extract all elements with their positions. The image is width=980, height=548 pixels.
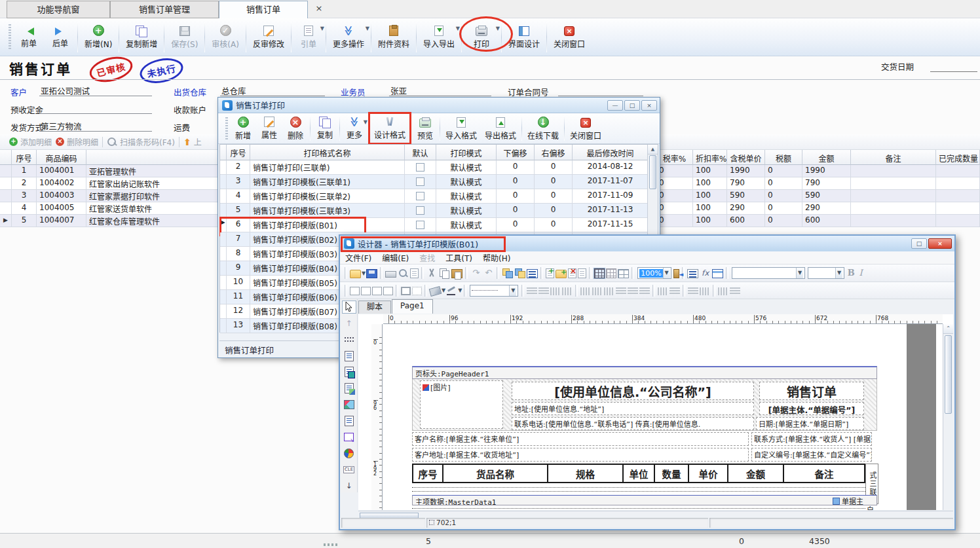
blank-page-icon[interactable] (578, 268, 586, 278)
pd-close-button[interactable]: × 关闭窗口 (566, 114, 605, 143)
more-ops-button[interactable]: ≫ 更多操作 ▼ (328, 20, 369, 54)
memo-tool[interactable] (342, 365, 356, 378)
shape-tool[interactable] (342, 398, 356, 411)
chevron-down-icon[interactable]: ▼ (362, 270, 366, 276)
next-order-button[interactable]: 后单 (45, 20, 76, 54)
contact-field[interactable]: 联系方式:[单据主体.“收货人”] [单据主体.“收货人电 (751, 432, 872, 446)
frame-top-icon[interactable] (361, 287, 371, 295)
show-grid-icon[interactable] (594, 268, 605, 278)
vertical-scrollbar[interactable]: ⌃ (943, 324, 953, 510)
chevron-down-icon[interactable]: ▼ (442, 287, 445, 293)
export-icon[interactable] (410, 268, 419, 278)
close-window-button[interactable]: × 关闭窗口 (548, 20, 590, 54)
fill-color-icon[interactable] (429, 286, 442, 297)
menu-edit[interactable]: 编辑(E) (377, 252, 414, 263)
pd-export-button[interactable]: 导出格式 (481, 114, 520, 143)
table-row[interactable]: ▶ 6 销售订单打印模版(B01) 默认模式 0 0 2017-11-15 (220, 218, 649, 232)
maximize-button[interactable]: □ (624, 100, 640, 111)
print-icon[interactable] (385, 271, 396, 278)
unaudit-button[interactable]: 反审修改 (248, 20, 290, 54)
open-icon[interactable] (350, 270, 361, 278)
center-horizontal-icon[interactable] (688, 287, 698, 295)
column-header[interactable]: 商品编码 (37, 150, 86, 165)
grow-width-icon[interactable] (550, 287, 561, 295)
tab-function-nav[interactable]: 功能导航窗 (7, 1, 110, 18)
attachment-button[interactable]: 附件资料 (373, 20, 415, 54)
column-header[interactable]: 序号 (12, 150, 37, 165)
same-height-icon[interactable] (669, 287, 680, 295)
band-pageheader[interactable]: 页标头:PageHeader1 (412, 366, 877, 379)
tab-order-manage[interactable]: 销售订单管理 (110, 1, 219, 18)
chart-tool[interactable] (342, 447, 356, 460)
ui-design-button[interactable]: 界面设计 (503, 20, 545, 54)
bring-front-icon[interactable] (502, 268, 513, 278)
copy-add-button[interactable]: 复制新增 (121, 20, 162, 54)
doc-no-field[interactable]: [单据主体.“单据编号”] (759, 402, 864, 415)
new-page-icon[interactable] (546, 268, 554, 278)
zoom-select[interactable]: 100% ▼ (637, 267, 671, 279)
column-header[interactable]: 含税单价 (727, 150, 765, 165)
pd-design-format-button[interactable]: 设计格式 (370, 114, 409, 143)
pd-more-button[interactable]: ≫ 更多 ▼ (341, 114, 368, 143)
ole-tool[interactable]: CLE (342, 463, 356, 476)
frame-none-icon[interactable] (350, 287, 360, 295)
column-header[interactable]: 右偏移 (535, 145, 573, 160)
label-tool[interactable] (342, 350, 356, 363)
center-vertical-icon[interactable] (700, 287, 710, 295)
column-header[interactable]: 金额 (802, 150, 851, 165)
align-left-icon[interactable] (580, 287, 591, 295)
designer-titlebar[interactable]: 设计器 - 销售订单打印模版(B01) (340, 236, 954, 251)
customer-address-field[interactable]: 客户地址:[单据主体.“收货地址”] (412, 448, 749, 462)
tab-close-icon[interactable]: × (313, 3, 325, 14)
salesman-field[interactable]: 张亚 (389, 83, 491, 96)
menu-tools[interactable]: 工具(T) (440, 252, 478, 263)
fx-icon[interactable]: fx (700, 268, 711, 278)
designer-canvas[interactable]: 0 96 192 288 384 480 576 672 768 0 96 19… (358, 314, 953, 510)
table-row[interactable]: 2 销售订单打印(三联单) 默认模式 0 0 2014-08-12 (220, 160, 649, 175)
deposit-field[interactable] (39, 101, 152, 114)
richtext-tool[interactable] (342, 414, 356, 428)
picture-tool[interactable] (342, 382, 356, 395)
audit-button[interactable]: ✓ 审核(A) (206, 20, 244, 54)
pd-copy-button[interactable]: 复制 (312, 114, 338, 143)
pd-add-button[interactable]: + 新增 (230, 114, 256, 143)
contract-field[interactable] (558, 83, 643, 96)
pull-order-button[interactable]: 引单 ▼ (293, 20, 324, 54)
report-column-header[interactable]: 单价 (689, 464, 728, 483)
save-icon[interactable] (366, 269, 377, 278)
column-header[interactable]: 打印格式名称 (250, 145, 405, 160)
import-export-button[interactable]: 导入导出 ▼ (418, 20, 460, 54)
report-column-header[interactable]: 单位 (624, 464, 655, 483)
company-name-field[interactable]: [使用单位信息.“公司名称”] (512, 382, 754, 400)
preview-icon[interactable] (398, 268, 409, 278)
customer-name-field[interactable]: 客户名称:[单据主体.“往来单位”] (412, 432, 749, 446)
cut-icon[interactable] (426, 268, 438, 278)
warehouse-field[interactable]: 总仓库 (220, 83, 325, 96)
align-center-icon[interactable] (592, 287, 603, 295)
scrollbar-dots[interactable] (324, 543, 339, 546)
line-style-select[interactable]: ▼ (470, 285, 518, 297)
frame-left-icon[interactable] (372, 287, 382, 295)
chevron-down-icon[interactable]: ▼ (320, 26, 324, 31)
font-size-select[interactable]: ▼ (808, 267, 844, 279)
redo-icon[interactable]: ↷ (470, 268, 481, 278)
pd-delete-button[interactable]: × 删除 (282, 114, 309, 143)
scroll-up-icon[interactable]: ▲ (648, 145, 658, 155)
remove-detail-button[interactable]: × 删除明细 (56, 136, 98, 147)
pd-props-button[interactable]: 属性 (256, 114, 282, 143)
align-middle-icon[interactable] (628, 287, 638, 295)
pd-preview-button[interactable]: 预览 (412, 114, 438, 143)
tab-page1[interactable]: Page1 (392, 299, 433, 314)
chevron-down-icon[interactable]: ▼ (364, 119, 368, 125)
tab-script[interactable]: 脚本 (358, 301, 391, 314)
date-field[interactable]: 日期:[单据主体.“单据日期”] (756, 417, 864, 430)
customer-field[interactable]: 亚拓公司测试 (39, 83, 152, 96)
insert-table-icon[interactable] (618, 269, 629, 278)
report-column-header[interactable]: 序号 (412, 464, 443, 483)
add-button[interactable]: + 新增(N) (79, 20, 117, 54)
size-height-icon[interactable] (538, 287, 549, 295)
tab-sales-order[interactable]: 销售订单 (219, 1, 308, 18)
chevron-down-icon[interactable]: ▼ (366, 26, 369, 31)
undo-icon[interactable]: ↶ (483, 268, 494, 278)
grow-height-icon[interactable] (562, 287, 573, 295)
